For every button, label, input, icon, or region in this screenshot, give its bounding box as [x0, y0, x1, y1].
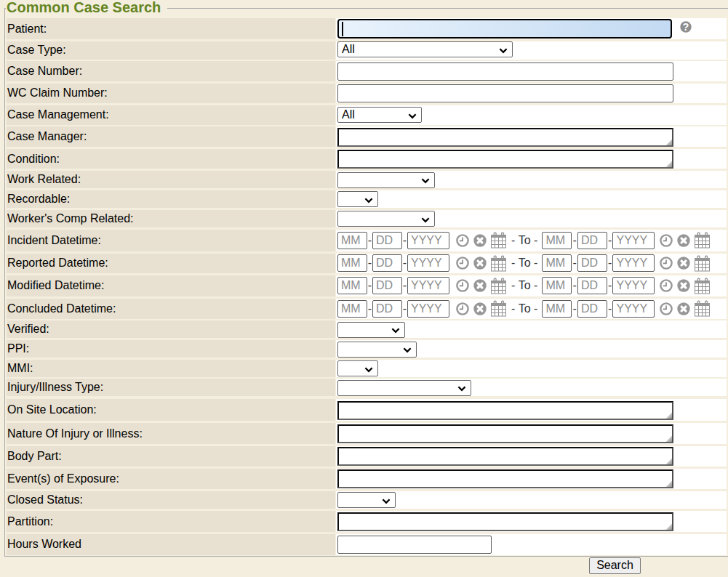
svg-text:?: ? — [683, 21, 689, 33]
